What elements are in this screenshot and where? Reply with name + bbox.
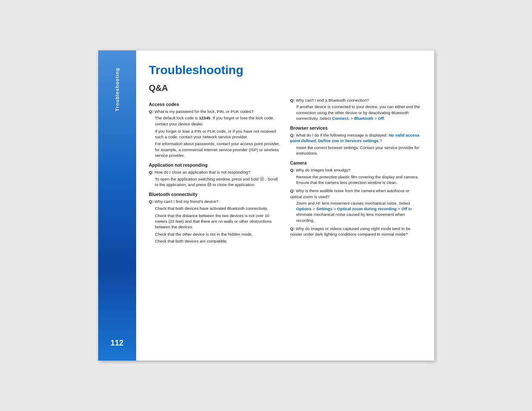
answer-bluetooth-find-2: Check that the distance between the two … xyxy=(155,213,280,230)
qa-block-browser: Q: What do I do if the following message… xyxy=(290,132,421,156)
sidebar: Troubleshooting 112 xyxy=(98,50,136,361)
answer-camera-noise: Zoom and AF lens movement causes mechani… xyxy=(296,200,421,223)
left-column: Access codes Q: What is my password for … xyxy=(149,97,280,246)
question-app-close: Q: How do I close an application that is… xyxy=(149,169,280,175)
qa-block-camera-noise: Q: Why is there audible noise from the c… xyxy=(290,188,421,223)
answer-access-password2: For information about passwords, contact… xyxy=(155,141,280,158)
question-camera-smudgy: Q: Why do images look smudgy? xyxy=(290,167,421,173)
answer-bluetooth-find-1: Check that both devices have activated B… xyxy=(155,206,280,211)
page-title: Troubleshooting xyxy=(149,63,421,77)
answer-bluetooth-end: If another device is connected to your d… xyxy=(296,104,421,121)
question-camera-noise: Q: Why is there audible noise from the c… xyxy=(290,188,421,199)
section-heading-browser: Browser services xyxy=(290,125,421,131)
answer-access-pin: If you forget or lose a PIN or PUK code,… xyxy=(155,128,280,140)
answer-bluetooth-find-4: Check that both devices are compatible. xyxy=(155,238,280,244)
answer-app-close: To open the application switching window… xyxy=(155,176,280,188)
qa-block-bluetooth-q1: Q: Why can't I find my friend's device? … xyxy=(149,199,280,244)
qa-block-camera-smudgy: Q: Why do images look smudgy? Remove the… xyxy=(290,167,421,185)
qa-block-camera-night: Q: Why do images or videos captured usin… xyxy=(290,226,421,237)
answer-access-password: The default lock code is 12345. If you f… xyxy=(155,115,280,127)
page-container: Troubleshooting 112 Troubleshooting Q&A … xyxy=(98,50,434,361)
sidebar-label: Troubleshooting xyxy=(115,68,120,111)
answer-browser-access-point: Insert the correct browser settings. Con… xyxy=(296,145,421,156)
page-number: 112 xyxy=(110,339,123,348)
qa-block-bluetooth-end: Q: Why can't I end a Bluetooth connectio… xyxy=(290,97,421,121)
two-columns: Access codes Q: What is my password for … xyxy=(149,97,421,246)
question-bluetooth-find: Q: Why can't I find my friend's device? xyxy=(149,199,280,204)
question-browser-access-point: Q: What do I do if the following message… xyxy=(290,132,421,144)
qa-block-app-not-responding: Q: How do I close an application that is… xyxy=(149,169,280,187)
section-heading-bluetooth: Bluetooth connectivity xyxy=(149,192,280,197)
main-content: Troubleshooting Q&A Access codes Q: What… xyxy=(136,50,434,361)
section-heading-camera: Camera xyxy=(290,160,421,165)
qa-title: Q&A xyxy=(149,83,421,93)
question-camera-night: Q: Why do images or videos captured usin… xyxy=(290,226,421,237)
answer-bluetooth-find-3: Check that the other device is not in th… xyxy=(155,231,280,237)
right-column: Q: Why can't I end a Bluetooth connectio… xyxy=(290,97,421,246)
question-access-password: Q: What is my password for the lock, PIN… xyxy=(149,109,280,114)
section-heading-app-not-responding: Application not responding xyxy=(149,162,280,168)
answer-camera-smudgy: Remove the protective plastic film cover… xyxy=(296,174,421,186)
qa-block-access-codes-q1: Q: What is my password for the lock, PIN… xyxy=(149,109,280,158)
question-bluetooth-end: Q: Why can't I end a Bluetooth connectio… xyxy=(290,97,421,103)
section-heading-access-codes: Access codes xyxy=(149,102,280,107)
